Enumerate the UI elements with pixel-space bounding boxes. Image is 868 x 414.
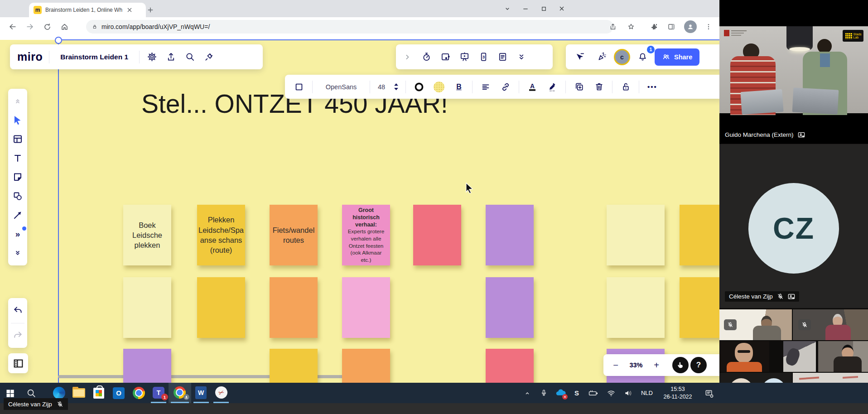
action-center-icon[interactable] [699,383,719,403]
reactions-button[interactable] [592,48,611,67]
search-button[interactable] [180,48,199,67]
apps-plugin-button[interactable] [199,48,218,67]
collapse-tools-button[interactable] [10,92,25,110]
presentation-button[interactable] [455,48,474,67]
delete-button[interactable] [589,77,608,96]
sticky-note[interactable] [486,277,534,338]
sticky-note[interactable] [342,277,390,338]
connector-tool[interactable] [10,207,25,224]
sticky-note[interactable] [486,349,534,383]
sticky-note[interactable] [270,277,318,338]
chrome-icon[interactable] [129,383,149,403]
tray-battery-icon[interactable] [584,383,603,403]
toolbar-more-button[interactable] [512,48,531,67]
notifications-button[interactable]: 1 [633,48,652,67]
zoom-level[interactable]: 33% [625,361,647,369]
sticky-note[interactable]: Fiets/wandel routes [270,205,318,265]
video-tile-celeste[interactable]: CZ Céleste van Zijp [719,144,868,308]
tab-close-icon[interactable] [126,6,133,14]
hidden-mode-button[interactable] [672,357,689,373]
tray-wifi-icon[interactable] [603,383,620,403]
fill-color-button[interactable] [429,77,448,96]
frames-button[interactable]: 3 [474,48,493,67]
tray-clock[interactable]: 15:53 26-11-2022 [657,383,699,403]
border-color-button[interactable] [410,77,429,96]
url-bar[interactable]: miro.com/app/board/uXjVP_nWqWU=/ [86,20,613,34]
file-explorer-icon[interactable] [69,383,89,403]
onedrive-icon[interactable]: ✕ [552,383,569,403]
video-thumbnail-5[interactable] [818,341,868,372]
bookmark-star-icon[interactable] [624,19,638,34]
forward-button[interactable] [23,19,37,34]
text-color-button[interactable]: A [523,77,542,96]
sticky-note[interactable] [123,349,171,383]
sticky-note[interactable] [342,349,390,383]
tray-language[interactable]: NLD [637,383,657,403]
duplicate-button[interactable] [569,77,588,96]
horizontal-scrollbar[interactable] [58,375,364,378]
reload-button[interactable] [40,19,54,34]
window-close-button[interactable] [553,1,571,16]
sticky-note[interactable]: Groot historisch verhaal:Experts grotere… [342,205,390,265]
expand-tools-button[interactable] [10,245,25,262]
sticky-note-tool[interactable] [10,168,25,186]
sticky-note[interactable] [123,277,171,338]
miro-logo[interactable]: miro [10,50,46,63]
more-tools-button[interactable]: » [10,226,25,243]
sticky-note[interactable]: Boek Leidsche plekken [123,205,171,265]
browser-menu-kebab[interactable] [701,19,716,34]
font-size-stepper[interactable] [390,83,402,91]
font-family-select[interactable]: OpenSans [316,83,366,91]
sticky-note[interactable] [197,277,245,338]
follow-cursor-button[interactable] [570,48,589,67]
bold-button[interactable]: B [449,77,468,96]
collapse-toolbar-button[interactable] [398,48,417,67]
link-button[interactable] [496,77,515,96]
side-panel-icon[interactable] [664,19,679,34]
tray-mic-icon[interactable] [535,383,552,403]
teams-icon[interactable]: T 1 [149,383,169,403]
zoom-out-button[interactable]: − [608,357,623,373]
sticky-note[interactable] [680,277,719,338]
sticky-note[interactable] [607,205,665,265]
frames-panel-button[interactable] [8,353,28,373]
select-tool[interactable] [10,111,25,129]
sticky-note[interactable] [607,277,665,338]
timer-button[interactable] [417,48,436,67]
tray-s-icon[interactable]: S [569,383,584,403]
home-button[interactable] [57,19,72,34]
current-user-avatar[interactable]: c [614,49,630,65]
ms-store-icon[interactable] [89,383,109,403]
back-button[interactable] [5,19,20,34]
video-tile-guido[interactable]: StadsLab Guido Marchena (Extern) [719,0,868,144]
redo-button[interactable] [10,328,25,343]
miro-canvas-area[interactable]: Stel... ONTZET 450 JAAR! Boek Leidsche p… [0,36,719,383]
screen-share-button[interactable] [436,48,455,67]
export-button[interactable] [161,48,180,67]
outlook-icon[interactable]: O [109,383,129,403]
highlighter-button[interactable] [543,77,562,96]
shape-style-button[interactable] [289,77,309,96]
sticky-note[interactable]: Plekken Leidsche/Spa anse schans (route) [197,205,245,265]
board-name[interactable]: Brainstorm Leiden 1 [52,53,136,61]
word-icon[interactable]: W [191,383,211,403]
sticky-note[interactable] [680,205,719,265]
tray-chevron-up[interactable] [519,383,535,403]
video-thumbnail-2[interactable] [793,309,868,340]
chrome-active-icon[interactable] [169,383,191,403]
board-settings-button[interactable] [142,48,161,67]
video-thumbnail-3[interactable] [719,341,769,372]
shapes-tool[interactable] [10,188,25,205]
video-thumbnail-1[interactable] [719,309,792,340]
tab-search-chevron[interactable] [498,1,516,16]
new-tab-button[interactable] [144,4,157,16]
align-button[interactable] [476,77,495,96]
share-page-icon[interactable] [606,19,620,34]
snipping-tool-icon[interactable]: ✂ [211,383,231,403]
text-tool[interactable] [10,149,25,167]
zoom-in-button[interactable]: + [649,357,664,373]
sticky-note[interactable] [270,349,318,383]
frame-resize-handle[interactable] [55,37,62,44]
extensions-icon[interactable] [647,19,661,34]
more-options-button[interactable]: ••• [643,77,662,96]
